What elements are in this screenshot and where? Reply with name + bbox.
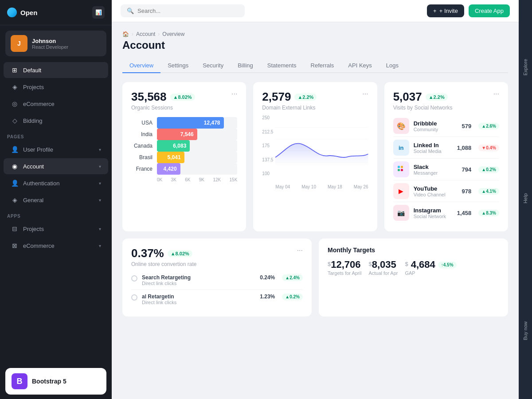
bar-outer: 7,546 (157, 129, 237, 140)
chevron-down-icon: ▾ (99, 181, 101, 186)
stat-card-external-links: 2,579 ▲2.2% Domain External Links ··· 25… (253, 82, 377, 231)
social-info: YouTube Video Channel (414, 185, 446, 197)
sidebar-item-ecommerce[interactable]: ◎ eCommerce (4, 96, 108, 112)
sidebar-logo: Open (7, 8, 37, 17)
create-app-button[interactable]: Create App (469, 4, 510, 17)
sidebar-chart-button[interactable]: 📊 (92, 6, 105, 19)
currency-symbol: $ (328, 261, 331, 267)
breadcrumb-account: Account (136, 31, 155, 37)
bar-axis: 0K 3K 6K 9K 12K 15K (131, 177, 237, 182)
help-button[interactable]: Help (519, 184, 532, 212)
bootstrap-label: Bootstrap 5 (32, 378, 66, 385)
social-badge: ▲4.1% (478, 188, 499, 195)
tab-security[interactable]: Security (196, 59, 231, 73)
bar-row-france: France 4,420 (131, 163, 237, 175)
chevron-down-icon: ▾ (99, 227, 101, 231)
social-badge: ▲8.3% (478, 210, 499, 216)
conv-pct: 0.24% (260, 274, 275, 281)
topbar-actions: + + Invite Create App (427, 4, 510, 17)
search-box[interactable]: 🔍 (121, 4, 245, 17)
bar-label-usa: USA (131, 120, 153, 126)
tab-billing[interactable]: Billing (231, 59, 260, 73)
social-badge: ▼0.4% (478, 145, 499, 151)
user-info: Johnson React Developer (32, 38, 68, 50)
social-info: Slack Messanger (414, 164, 438, 176)
social-value: 1,458 (457, 210, 472, 216)
youtube-icon: ▶ (393, 183, 409, 199)
buy-now-button[interactable]: Buy now (519, 313, 532, 349)
sidebar-item-projects[interactable]: ◈ Projects (4, 79, 108, 95)
stats-grid: 35,568 ▲8.02% Organic Sessions ··· USA 1… (122, 82, 508, 231)
grid-icon: ⊞ (11, 66, 19, 74)
ecommerce-icon: ◎ (11, 100, 19, 108)
social-list: 🎨 Dribbble Community 579 ▲2.6% in Linked… (393, 115, 499, 223)
sidebar-item-projects-app[interactable]: ⊟ Projects ▾ (4, 221, 108, 237)
auth-icon: 👤 (11, 179, 19, 187)
invite-button[interactable]: + + Invite (427, 4, 464, 17)
home-icon: 🏠 (122, 31, 129, 37)
user-name: Johnson (32, 38, 68, 44)
target-item-2: $ 4,684 ↑4.5% GAP (405, 259, 456, 276)
conversion-card: 0.37% ▲8.02% Online store convertion rat… (122, 239, 312, 317)
tab-api-keys[interactable]: API Keys (341, 59, 379, 73)
sidebar-item-account[interactable]: ◉ Account ▾ (4, 158, 108, 174)
breadcrumb: 🏠 › Account › Overview (122, 31, 508, 37)
account-icon: ◉ (11, 162, 19, 170)
projects-icon: ◈ (11, 83, 19, 91)
conversion-value: 0.37% (131, 246, 164, 260)
sidebar-item-authentication[interactable]: 👤 Authentication ▾ (4, 175, 108, 191)
chevron-down-icon: ▾ (99, 198, 101, 203)
ecommerce-app-icon: ⊠ (11, 242, 19, 250)
stat-menu-icon[interactable]: ··· (297, 246, 303, 254)
bar-value: 7,546 (180, 131, 194, 137)
social-row-dribbble: 🎨 Dribbble Community 579 ▲2.6% (393, 115, 499, 137)
app-name: Open (20, 9, 37, 16)
apps-section-title: APPS (0, 208, 112, 220)
targets-title: Monthly Targets (328, 246, 499, 254)
sidebar-item-label: User Profile (23, 146, 94, 153)
stat-menu-icon[interactable]: ··· (493, 90, 499, 98)
sidebar-item-user-profile[interactable]: 👤 User Profile ▾ (4, 141, 108, 157)
bootstrap-icon: B (12, 373, 27, 389)
tab-referrals[interactable]: Referrals (304, 59, 341, 73)
sidebar-item-label: Default (23, 67, 101, 74)
chevron-down-icon: ▾ (99, 164, 101, 169)
user-card: J Johnson React Developer (5, 31, 106, 56)
sidebar-item-general[interactable]: ◈ General ▾ (4, 192, 108, 208)
sidebar-item-ecommerce-app[interactable]: ⊠ eCommerce ▾ (4, 238, 108, 254)
explore-button[interactable]: Explore (519, 50, 532, 84)
target-label: Targets for April (328, 270, 361, 276)
instagram-icon: 📷 (393, 205, 409, 221)
sidebar-item-label: General (23, 197, 94, 203)
breadcrumb-overview: Overview (162, 31, 184, 37)
tabs-bar: Overview Settings Security Billing State… (122, 59, 508, 73)
social-info: Instagram Social Network (414, 207, 446, 219)
stat-badge: ▲2.2% (294, 94, 317, 101)
search-input[interactable] (137, 8, 239, 14)
tab-overview[interactable]: Overview (122, 59, 160, 73)
conv-pct: 1.23% (260, 293, 275, 300)
sidebar-item-label: Projects (23, 226, 94, 232)
bar-outer: 6,083 (157, 140, 237, 152)
stat-badge: ▲2.2% (426, 94, 448, 101)
tab-settings[interactable]: Settings (160, 59, 196, 73)
target-label: GAP (405, 270, 456, 276)
stat-label: Organic Sessions (131, 105, 195, 111)
sidebar-item-default[interactable]: ⊞ Default (4, 62, 108, 78)
bar-value: 12,478 (204, 120, 220, 126)
slack-icon (393, 161, 409, 177)
avatar: J (11, 35, 27, 52)
bar-label-brasil: Brasil (131, 154, 153, 160)
stat-value: 35,568 (131, 90, 167, 104)
tab-logs[interactable]: Logs (379, 59, 406, 73)
target-value: 4,684 (411, 259, 435, 270)
logo-icon (7, 8, 17, 17)
stat-menu-icon[interactable]: ··· (231, 90, 237, 98)
sidebar-item-bidding[interactable]: ◇ Bidding (4, 113, 108, 129)
stat-menu-icon[interactable]: ··· (362, 90, 368, 98)
sidebar-item-label: Authentication (23, 180, 94, 187)
social-value: 579 (462, 123, 472, 129)
tab-statements[interactable]: Statements (260, 59, 304, 73)
targets-row: $ 12,706 Targets for April $ 8,035 Actua… (328, 259, 499, 276)
stat-badge: ▲8.02% (170, 94, 195, 101)
